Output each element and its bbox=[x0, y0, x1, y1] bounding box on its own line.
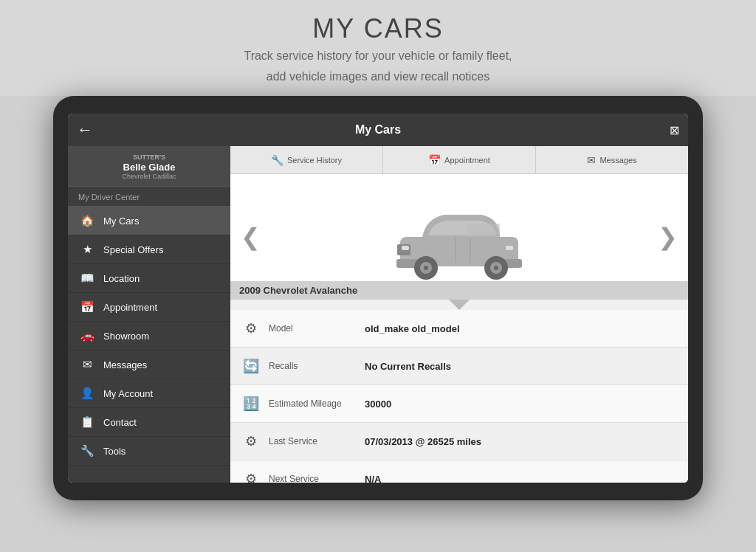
page-header: MY CARS Track service history for your v… bbox=[0, 0, 756, 96]
service-history-tab-icon: 🔧 bbox=[271, 154, 284, 166]
sidebar-menu: 🏠 My Cars ★ Special Offers 📖 Location 📅 … bbox=[68, 207, 230, 483]
sidebar-item-contact[interactable]: 📋 Contact bbox=[68, 408, 230, 437]
sidebar-label-appointment: Appointment bbox=[103, 302, 157, 313]
sidebar-label-messages: Messages bbox=[103, 359, 147, 370]
driver-center-label: My Driver Center bbox=[68, 187, 230, 207]
sidebar-item-showroom[interactable]: 🚗 Showroom bbox=[68, 322, 230, 351]
sidebar-item-my-cars[interactable]: 🏠 My Cars bbox=[68, 207, 230, 235]
sidebar-item-tools[interactable]: 🔧 Tools bbox=[68, 437, 230, 466]
detail-label-last-service: Last Service bbox=[269, 436, 365, 446]
detail-row-mileage: 🔢 Estimated Mileage 30000 bbox=[230, 385, 688, 423]
location-icon: 📖 bbox=[78, 272, 96, 285]
model-icon: ⚙ bbox=[241, 318, 261, 339]
nav-title: My Cars bbox=[100, 123, 656, 137]
car-details: ⚙ Model old_make old_model 🔄 Recalls No … bbox=[230, 310, 688, 483]
sidebar-item-appointment[interactable]: 📅 Appointment bbox=[68, 293, 230, 322]
svg-point-8 bbox=[424, 266, 428, 270]
sidebar-label-my-cars: My Cars bbox=[103, 215, 139, 227]
detail-value-recalls: No Current Recalls bbox=[365, 361, 678, 372]
tablet-frame: ← My Cars ⊠ SUTTER'S Belle Glade Chevrol… bbox=[53, 96, 703, 500]
detail-row-next-service: ⚙ Next Service N/A bbox=[230, 460, 688, 483]
detail-value-last-service: 07/03/2013 @ 26525 miles bbox=[365, 436, 678, 447]
detail-row-model: ⚙ Model old_make old_model bbox=[230, 310, 688, 348]
sidebar-label-location: Location bbox=[103, 273, 140, 284]
mileage-icon: 🔢 bbox=[241, 393, 261, 414]
detail-label-recalls: Recalls bbox=[269, 361, 365, 371]
messages-icon: ✉ bbox=[78, 358, 96, 371]
car-carousel: ❮ bbox=[230, 174, 688, 300]
appointment-tab-icon: 📅 bbox=[428, 154, 441, 166]
tab-label-messages: Messages bbox=[599, 156, 636, 165]
svg-point-11 bbox=[494, 266, 498, 270]
detail-value-next-service: N/A bbox=[365, 474, 678, 483]
sidebar: SUTTER'S Belle Glade Chevrolet Cadillac … bbox=[68, 146, 230, 483]
edit-button[interactable]: ⊠ bbox=[656, 123, 679, 137]
main-content: SUTTER'S Belle Glade Chevrolet Cadillac … bbox=[68, 146, 688, 483]
dealer-subtitle: Chevrolet Cadillac bbox=[78, 173, 220, 180]
tablet-screen: ← My Cars ⊠ SUTTER'S Belle Glade Chevrol… bbox=[68, 114, 688, 483]
dealer-header: SUTTER'S Belle Glade Chevrolet Cadillac bbox=[68, 146, 230, 187]
tab-label-appointment: Appointment bbox=[444, 156, 490, 165]
detail-value-mileage: 30000 bbox=[365, 399, 678, 410]
svg-rect-12 bbox=[467, 224, 500, 237]
page-subtitle-line1: Track service history for your vehicle o… bbox=[15, 47, 741, 65]
sidebar-label-my-account: My Account bbox=[103, 388, 153, 399]
my-account-icon: 👤 bbox=[78, 387, 96, 400]
carousel-prev-button[interactable]: ❮ bbox=[241, 223, 261, 251]
nav-bar: ← My Cars ⊠ bbox=[68, 114, 688, 146]
detail-label-next-service: Next Service bbox=[269, 474, 365, 483]
special-offers-icon: ★ bbox=[78, 243, 96, 256]
tab-messages[interactable]: ✉ Messages bbox=[536, 146, 688, 173]
sidebar-label-contact: Contact bbox=[103, 417, 137, 428]
svg-rect-5 bbox=[506, 246, 513, 250]
sidebar-item-messages[interactable]: ✉ Messages bbox=[68, 351, 230, 379]
tab-label-service-history: Service History bbox=[287, 156, 342, 165]
messages-tab-icon: ✉ bbox=[587, 154, 596, 166]
sidebar-label-tools: Tools bbox=[103, 446, 126, 457]
car-name: 2009 Chevrolet Avalanche bbox=[230, 281, 688, 300]
detail-row-last-service: ⚙ Last Service 07/03/2013 @ 26525 miles bbox=[230, 423, 688, 460]
tabs-bar: 🔧 Service History 📅 Appointment ✉ Messag… bbox=[230, 146, 688, 174]
svg-rect-4 bbox=[402, 246, 409, 250]
appointment-icon: 📅 bbox=[78, 300, 96, 314]
sidebar-item-special-offers[interactable]: ★ Special Offers bbox=[68, 235, 230, 264]
sidebar-label-special-offers: Special Offers bbox=[103, 244, 163, 255]
tab-appointment[interactable]: 📅 Appointment bbox=[383, 146, 536, 173]
tab-service-history[interactable]: 🔧 Service History bbox=[230, 146, 383, 173]
dealer-name: SUTTER'S Belle Glade bbox=[78, 153, 220, 173]
next-service-icon: ⚙ bbox=[241, 469, 261, 483]
my-cars-icon: 🏠 bbox=[78, 214, 96, 227]
sidebar-label-showroom: Showroom bbox=[103, 331, 149, 342]
recalls-icon: 🔄 bbox=[241, 356, 261, 376]
sidebar-item-my-account[interactable]: 👤 My Account bbox=[68, 379, 230, 408]
car-svg bbox=[385, 193, 533, 281]
detail-label-mileage: Estimated Mileage bbox=[269, 399, 365, 409]
tools-icon: 🔧 bbox=[78, 444, 96, 458]
car-image bbox=[385, 193, 533, 281]
detail-row-recalls: 🔄 Recalls No Current Recalls bbox=[230, 348, 688, 385]
page-title: MY CARS bbox=[15, 13, 741, 44]
showroom-icon: 🚗 bbox=[78, 329, 96, 342]
carousel-pointer bbox=[449, 300, 470, 310]
last-service-icon: ⚙ bbox=[241, 431, 261, 452]
carousel-next-button[interactable]: ❯ bbox=[658, 223, 678, 251]
contact-icon: 📋 bbox=[78, 415, 96, 429]
right-panel: 🔧 Service History 📅 Appointment ✉ Messag… bbox=[230, 146, 688, 483]
page-subtitle-line2: add vehicle images and view recall notic… bbox=[15, 68, 741, 86]
sidebar-item-location[interactable]: 📖 Location bbox=[68, 264, 230, 293]
back-button[interactable]: ← bbox=[77, 120, 100, 139]
detail-label-model: Model bbox=[269, 323, 365, 334]
detail-value-model: old_make old_model bbox=[365, 323, 678, 334]
